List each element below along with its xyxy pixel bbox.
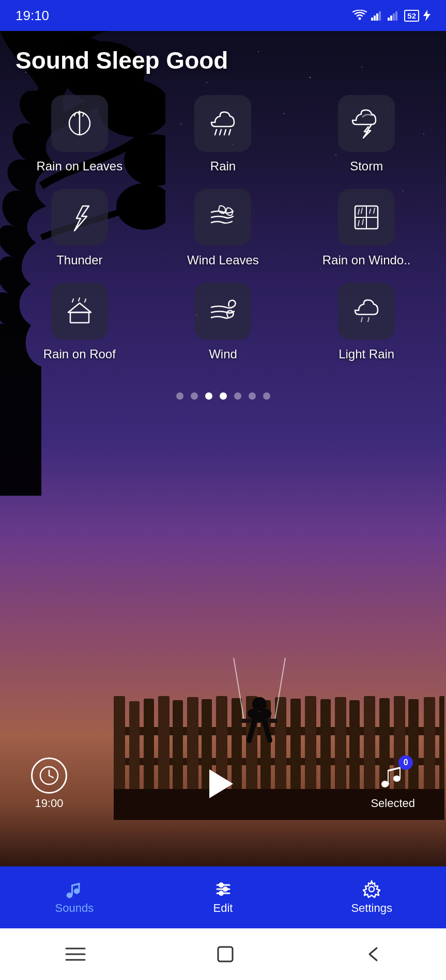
svg-line-34 xyxy=(361,318,362,322)
app-title: Sound Sleep Good xyxy=(0,31,446,85)
rain-leaves-icon xyxy=(64,108,95,139)
svg-line-32 xyxy=(79,298,80,301)
sound-item-rain[interactable]: Rain xyxy=(159,95,287,173)
sound-item-thunder[interactable]: Thunder xyxy=(16,189,144,267)
nav-item-edit[interactable]: Edit xyxy=(149,880,298,915)
svg-rect-7 xyxy=(393,13,395,21)
sounds-nav-label: Sounds xyxy=(55,902,94,915)
sound-item-rain-window[interactable]: Rain on Windo.. xyxy=(302,189,430,267)
svg-line-28 xyxy=(358,220,359,226)
sound-label-rain: Rain xyxy=(210,159,236,173)
play-button[interactable] xyxy=(198,763,240,804)
settings-nav-label: Settings xyxy=(351,902,392,915)
wind-leaves-icon xyxy=(207,202,238,233)
nav-item-sounds[interactable]: Sounds xyxy=(0,880,149,915)
nav-item-settings[interactable]: Settings xyxy=(297,880,446,915)
svg-line-19 xyxy=(224,130,226,135)
sound-item-storm[interactable]: Storm xyxy=(302,95,430,173)
status-icons: 52 xyxy=(352,10,430,22)
edit-nav-label: Edit xyxy=(213,902,233,915)
sound-label-light-rain: Light Rain xyxy=(339,347,394,361)
sound-label-wind: Wind xyxy=(209,347,237,361)
edit-nav-icon xyxy=(214,880,233,898)
selected-label: Selected xyxy=(371,797,415,810)
dot-5[interactable] xyxy=(234,392,241,400)
dot-3[interactable] xyxy=(205,392,212,400)
android-back-btn[interactable] xyxy=(365,945,381,963)
bottom-controls: 19:00 0 Selected xyxy=(0,753,446,815)
menu-icon xyxy=(65,946,86,962)
svg-line-68 xyxy=(49,776,53,778)
selected-button[interactable]: 0 Selected xyxy=(371,757,415,810)
svg-rect-30 xyxy=(70,312,89,323)
sound-icon-box-wind[interactable] xyxy=(194,283,251,340)
sound-label-storm: Storm xyxy=(350,159,383,173)
dot-2[interactable] xyxy=(191,392,198,400)
sound-item-rain-leaves[interactable]: Rain on Leaves xyxy=(16,95,144,173)
wifi-icon xyxy=(352,10,367,21)
svg-point-73 xyxy=(223,887,228,892)
status-time: 19:10 xyxy=(16,8,49,24)
sound-icon-box-thunder[interactable] xyxy=(51,189,108,246)
sound-icon-box-rain[interactable] xyxy=(194,95,251,152)
svg-rect-1 xyxy=(371,18,373,21)
svg-line-16 xyxy=(83,113,84,116)
svg-line-24 xyxy=(358,209,359,214)
timer-label: 19:00 xyxy=(35,797,63,810)
svg-line-35 xyxy=(368,318,369,322)
sound-label-thunder: Thunder xyxy=(56,253,102,267)
signal-icon xyxy=(371,10,383,21)
bottom-nav: Sounds Edit Settings xyxy=(0,866,446,928)
dot-4[interactable] xyxy=(220,392,227,400)
dot-6[interactable] xyxy=(249,392,256,400)
svg-rect-3 xyxy=(376,13,378,21)
svg-line-18 xyxy=(220,130,221,135)
sound-icon-box-storm[interactable] xyxy=(338,95,395,152)
android-menu-btn[interactable] xyxy=(65,946,86,962)
sound-label-rain-window: Rain on Windo.. xyxy=(322,253,411,267)
svg-line-31 xyxy=(72,299,73,302)
svg-rect-2 xyxy=(374,15,376,21)
main-content: Sound Sleep Good Rain on Leaves xyxy=(0,31,446,815)
android-nav xyxy=(0,928,446,980)
play-triangle-icon xyxy=(209,769,233,798)
storm-icon xyxy=(351,108,382,139)
dot-1[interactable] xyxy=(176,392,183,400)
charging-icon xyxy=(423,10,430,21)
home-icon xyxy=(216,945,235,963)
svg-line-25 xyxy=(361,208,362,213)
svg-rect-6 xyxy=(390,15,392,21)
sound-grid: Rain on Leaves Rain xyxy=(0,85,446,372)
sound-label-rain-roof: Rain on Roof xyxy=(43,347,116,361)
svg-point-0 xyxy=(359,18,361,20)
sound-item-wind-leaves[interactable]: Wind Leaves xyxy=(159,189,287,267)
sound-icon-box-light-rain[interactable] xyxy=(338,283,395,340)
svg-line-33 xyxy=(85,299,86,302)
sound-icon-box-wind-leaves[interactable] xyxy=(194,189,251,246)
dot-7[interactable] xyxy=(263,392,270,400)
rain-icon xyxy=(207,108,238,139)
android-home-btn[interactable] xyxy=(216,945,235,963)
sound-label-wind-leaves: Wind Leaves xyxy=(187,253,259,267)
sound-item-wind[interactable]: Wind xyxy=(159,283,287,361)
sound-item-light-rain[interactable]: Light Rain xyxy=(302,283,430,361)
settings-nav-icon xyxy=(362,880,381,898)
rain-window-icon xyxy=(351,202,382,233)
thunder-icon xyxy=(64,202,95,233)
timer-button[interactable]: 19:00 xyxy=(31,757,67,810)
page-dots xyxy=(0,392,446,400)
music-note-container: 0 xyxy=(375,757,411,794)
sound-item-rain-roof[interactable]: Rain on Roof xyxy=(16,283,144,361)
timer-circle[interactable] xyxy=(31,757,67,794)
back-icon xyxy=(365,945,381,963)
svg-point-74 xyxy=(219,891,224,896)
sound-icon-box-rain-leaves[interactable] xyxy=(51,95,108,152)
sound-label-rain-leaves: Rain on Leaves xyxy=(36,159,122,173)
battery-level: 52 xyxy=(407,11,416,20)
sounds-nav-icon xyxy=(65,880,84,898)
svg-point-75 xyxy=(369,887,374,892)
sound-icon-box-rain-window[interactable] xyxy=(338,189,395,246)
svg-line-27 xyxy=(374,208,375,213)
sound-icon-box-rain-roof[interactable] xyxy=(51,283,108,340)
light-rain-icon xyxy=(351,296,382,327)
